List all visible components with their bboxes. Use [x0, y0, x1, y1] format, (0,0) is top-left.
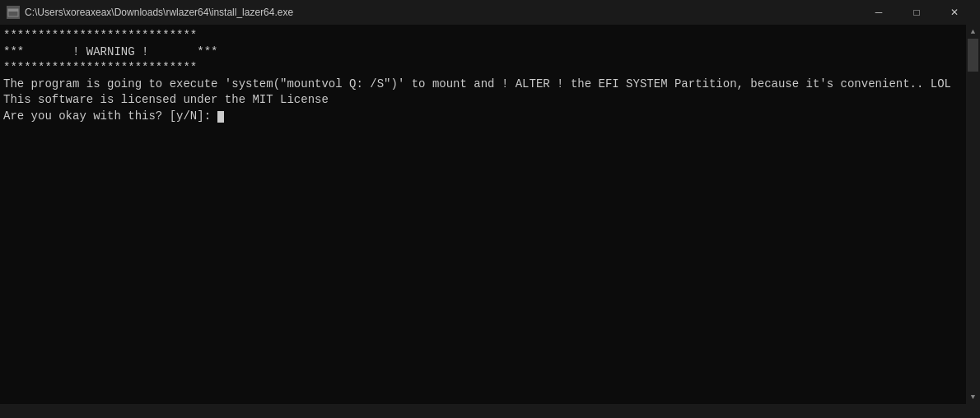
terminal-output[interactable]: **************************** *** ! WARNI…	[0, 25, 966, 404]
close-button[interactable]: ✕	[936, 0, 973, 25]
svg-rect-1	[8, 9, 18, 12]
window-controls: ─ □ ✕	[860, 0, 973, 25]
scroll-down-button[interactable]: ▼	[966, 390, 980, 404]
title-bar: C:\Users\xoreaxeax\Downloads\rwlazer64\i…	[0, 0, 980, 25]
window-icon	[7, 6, 20, 19]
terminal-window: C:\Users\xoreaxeax\Downloads\rwlazer64\i…	[0, 0, 980, 418]
prompt-text: Are you okay with this? [y/N]:	[3, 109, 217, 123]
title-bar-left: C:\Users\xoreaxeax\Downloads\rwlazer64\i…	[7, 6, 293, 19]
terminal-line-6: Are you okay with this? [y/N]:	[3, 109, 963, 125]
terminal-line-3: ****************************	[3, 60, 963, 77]
maximize-button[interactable]: □	[898, 0, 936, 25]
minimize-button[interactable]: ─	[860, 0, 898, 25]
scroll-track	[966, 39, 980, 390]
window-title: C:\Users\xoreaxeax\Downloads\rwlazer64\i…	[25, 7, 293, 18]
scrollbar-corner	[966, 404, 980, 418]
terminal-line-1: ****************************	[3, 28, 963, 44]
terminal-line-2: *** ! WARNING ! ***	[3, 44, 963, 61]
scrollbar-horizontal-track	[0, 404, 966, 418]
scroll-thumb[interactable]	[968, 39, 978, 72]
scrollbar-vertical[interactable]: ▲ ▼	[966, 25, 980, 404]
terminal-line-5: This software is licensed under the MIT …	[3, 92, 963, 109]
cursor	[217, 111, 224, 123]
scroll-up-button[interactable]: ▲	[966, 25, 980, 39]
content-area: **************************** *** ! WARNI…	[0, 25, 980, 404]
terminal-line-4: The program is going to execute 'system(…	[3, 77, 963, 93]
scrollbar-horizontal-container	[0, 404, 980, 418]
